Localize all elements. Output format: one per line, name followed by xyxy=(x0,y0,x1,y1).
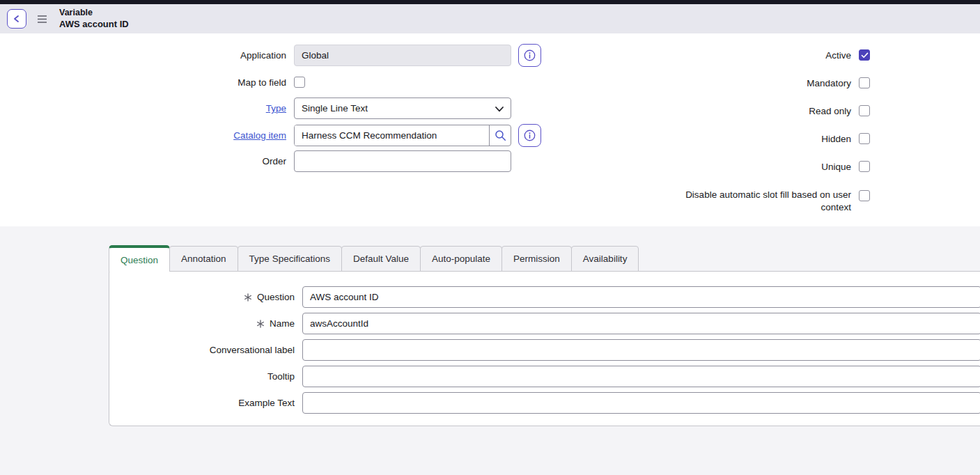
hidden-checkbox[interactable] xyxy=(859,133,870,144)
form-section: Application Map to field Type Single Lin… xyxy=(0,33,980,226)
order-row: Order xyxy=(0,150,511,172)
tooltip-field[interactable] xyxy=(302,366,980,387)
type-label-link[interactable]: Type xyxy=(0,103,294,114)
name-label: Name xyxy=(109,318,302,329)
tab-permission-label: Permission xyxy=(513,254,560,264)
tab-auto-populate[interactable]: Auto-populate xyxy=(420,246,502,272)
application-field[interactable] xyxy=(294,45,511,66)
tab-annotation[interactable]: Annotation xyxy=(169,246,238,272)
application-row: Application xyxy=(0,44,541,67)
active-row: Active xyxy=(570,49,870,61)
catalog-item-field[interactable] xyxy=(295,125,489,146)
check-icon xyxy=(861,52,869,59)
type-select-value: Single Line Text xyxy=(302,103,368,114)
hidden-label: Hidden xyxy=(821,134,851,144)
question-row: Question xyxy=(109,286,980,308)
tab-auto-populate-label: Auto-populate xyxy=(432,254,490,264)
order-label: Order xyxy=(0,156,294,166)
unique-row: Unique xyxy=(570,161,870,172)
tab-availability-label: Availability xyxy=(583,254,628,264)
question-label-text: Question xyxy=(257,292,295,302)
catalog-item-label-link[interactable]: Catalog item xyxy=(0,130,294,141)
unique-checkbox[interactable] xyxy=(859,161,870,172)
mandatory-row: Mandatory xyxy=(570,77,870,88)
type-row: Type Single Line Text xyxy=(0,98,511,119)
example-text-row: Example Text xyxy=(109,392,980,414)
disable-slot-fill-label: Disable automatic slot fill based on use… xyxy=(676,189,851,214)
example-text-label: Example Text xyxy=(109,398,302,408)
map-to-field-row: Map to field xyxy=(0,77,305,88)
read-only-checkbox[interactable] xyxy=(859,105,870,116)
read-only-row: Read only xyxy=(570,105,870,116)
example-text-label-text: Example Text xyxy=(238,398,295,408)
active-checkbox[interactable] xyxy=(859,49,870,61)
variable-record-page: Variable AWS account ID Application Map … xyxy=(0,0,980,475)
record-title: Variable AWS account ID xyxy=(59,7,129,30)
name-label-text: Name xyxy=(270,318,295,329)
tab-type-specifications[interactable]: Type Specifications xyxy=(238,246,342,272)
read-only-label: Read only xyxy=(809,106,851,116)
info-circle-icon xyxy=(523,49,536,62)
tab-default-value-label: Default Value xyxy=(353,254,409,264)
tab-annotation-label: Annotation xyxy=(181,254,226,264)
back-button[interactable] xyxy=(7,9,26,29)
context-menu-button[interactable] xyxy=(37,15,47,24)
question-field[interactable] xyxy=(302,286,980,308)
tab-default-value[interactable]: Default Value xyxy=(341,246,421,272)
record-name-label: AWS account ID xyxy=(59,19,129,31)
tabbed-section: Question Annotation Type Specifications … xyxy=(0,226,980,475)
active-label: Active xyxy=(825,50,851,61)
asterisk-icon xyxy=(244,293,252,302)
order-field[interactable] xyxy=(294,150,511,172)
conversational-label-label: Conversational label xyxy=(109,345,302,355)
map-to-field-checkbox[interactable] xyxy=(294,77,305,88)
type-select[interactable]: Single Line Text xyxy=(294,98,511,119)
conversational-label-text: Conversational label xyxy=(210,345,295,355)
tab-permission[interactable]: Permission xyxy=(501,246,572,272)
disable-slot-fill-row: Disable automatic slot fill based on use… xyxy=(570,189,870,214)
context-menu-icon xyxy=(37,15,47,24)
map-to-field-label: Map to field xyxy=(0,77,294,88)
catalog-item-row: Catalog item xyxy=(0,124,541,147)
asterisk-icon xyxy=(256,320,265,328)
catalog-item-search-button[interactable] xyxy=(489,125,511,146)
question-tab-panel: Question Name Conversational label xyxy=(109,271,980,426)
conversational-label-row: Conversational label xyxy=(109,339,980,361)
example-text-field[interactable] xyxy=(302,392,980,414)
mandatory-label: Mandatory xyxy=(807,78,851,88)
mandatory-checkbox[interactable] xyxy=(859,77,870,88)
tab-strip: Question Annotation Type Specifications … xyxy=(109,245,639,272)
tab-type-specifications-label: Type Specifications xyxy=(249,254,330,264)
unique-label: Unique xyxy=(821,162,851,172)
tab-availability[interactable]: Availability xyxy=(571,246,639,272)
magnifier-icon xyxy=(495,130,506,141)
name-row: Name xyxy=(109,313,980,334)
hidden-row: Hidden xyxy=(570,133,870,144)
application-label: Application xyxy=(0,50,294,61)
record-type-label: Variable xyxy=(59,7,129,18)
tooltip-row: Tooltip xyxy=(109,366,980,387)
tab-question-label: Question xyxy=(120,255,158,265)
name-field[interactable] xyxy=(302,313,980,334)
catalog-item-info-button[interactable] xyxy=(518,124,541,147)
tooltip-label: Tooltip xyxy=(109,371,302,382)
application-info-button[interactable] xyxy=(518,44,541,67)
tab-question[interactable]: Question xyxy=(109,245,170,272)
tooltip-label-text: Tooltip xyxy=(267,371,295,382)
info-circle-icon xyxy=(523,129,536,142)
record-header: Variable AWS account ID xyxy=(0,4,980,33)
disable-slot-fill-checkbox[interactable] xyxy=(859,190,870,201)
catalog-item-lookup xyxy=(294,125,511,146)
flags-column: Active Mandatory Read only Hidden xyxy=(570,49,870,231)
chevron-left-icon xyxy=(12,14,22,24)
question-label: Question xyxy=(109,292,302,302)
conversational-label-field[interactable] xyxy=(302,339,980,361)
